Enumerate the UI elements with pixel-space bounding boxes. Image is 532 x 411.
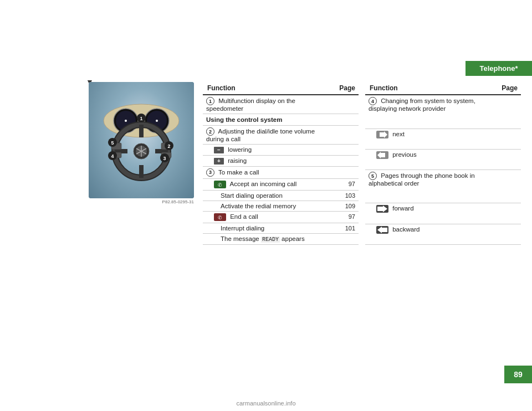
plus-icon: + — [214, 158, 224, 165]
left-table-col2-header: Page — [335, 82, 359, 95]
tables-area: Function Page 1 Multifunction display on… — [203, 82, 521, 245]
table-row: backward — [365, 224, 521, 244]
forward-label: forward — [392, 205, 413, 212]
row-cell: 1 Multifunction display on the speedomet… — [203, 95, 335, 114]
page-cell — [497, 129, 521, 149]
accept-call-label: Accept an incoming call — [230, 181, 297, 187]
table-row: ✆ Accept an incoming call 97 — [203, 178, 359, 190]
left-table-col1-header: Function — [203, 82, 335, 95]
page-cell: 97 — [335, 211, 359, 223]
row-cell: + raising — [203, 155, 335, 166]
table-row: Start dialing operation 103 — [203, 190, 359, 201]
previous-icon — [376, 151, 388, 159]
table-row: 1 Multifunction display on the speedomet… — [203, 95, 359, 114]
right-table-col2-header: Page — [497, 82, 521, 95]
circle-number-4: 4 — [369, 97, 377, 105]
svg-point-6 — [156, 120, 158, 122]
pages-phonebook-label: Pages through the phone book in alphabet… — [369, 172, 475, 187]
page-cell — [497, 95, 521, 129]
main-content: 1 2 3 4 5 P82.85-0295-31 Func — [89, 82, 521, 245]
page-cell — [497, 149, 521, 169]
ready-code: READY — [261, 237, 280, 243]
steering-wheel-image-area: 1 2 3 4 5 P82.85-0295-31 — [89, 82, 194, 245]
row-cell: forward — [365, 203, 497, 224]
section-header-cell: Using the control system — [203, 114, 359, 126]
backward-icon — [376, 226, 388, 234]
watermark: carmanualsonline.info — [236, 400, 295, 407]
right-table-col1-header: Function — [365, 82, 497, 95]
page-cell — [335, 145, 359, 156]
phone-accept-icon: ✆ — [214, 181, 226, 188]
svg-text:4: 4 — [111, 153, 114, 159]
row-cell: Interrupt dialing — [203, 223, 335, 233]
svg-text:✆: ✆ — [218, 215, 222, 220]
minus-icon: − — [214, 147, 224, 153]
page-cell: 97 — [335, 178, 359, 190]
page-cell — [335, 126, 359, 145]
changing-system-label: Changing from system to system, displayi… — [369, 97, 475, 112]
page-cell — [335, 233, 359, 244]
row-cell: ✆ End a call — [203, 211, 335, 223]
row-cell: 2 Adjusting the dial/idle tone volume du… — [203, 126, 335, 145]
next-label: next — [392, 131, 405, 137]
message-ready-label: The message READY appears — [221, 235, 305, 242]
row-cell: − lowering — [203, 145, 335, 156]
table-row: 4 Changing from system to system, displa… — [365, 95, 521, 129]
next-icon — [376, 131, 388, 138]
row-cell: Activate the redial memory — [203, 201, 335, 211]
row-cell: The message READY appears — [203, 233, 335, 244]
table-row: Interrupt dialing 101 — [203, 223, 359, 233]
svg-text:1: 1 — [140, 116, 142, 121]
end-call-label: End a call — [230, 213, 258, 220]
table-row: ✆ End a call 97 — [203, 211, 359, 223]
page-cell — [335, 155, 359, 166]
forward-icon — [376, 205, 388, 213]
circle-number-5: 5 — [369, 172, 377, 180]
circle-number-1: 1 — [206, 97, 214, 105]
page-cell: 101 — [335, 223, 359, 233]
page-cell: 103 — [335, 190, 359, 201]
row-cell: 4 Changing from system to system, displa… — [365, 95, 497, 129]
left-function-table: Function Page 1 Multifunction display on… — [203, 82, 359, 245]
svg-text:3: 3 — [163, 156, 166, 161]
svg-text:✆: ✆ — [218, 182, 222, 188]
lowering-label: lowering — [228, 146, 252, 153]
circle-number-2: 2 — [206, 127, 214, 136]
table-row: 3 To make a call — [203, 166, 359, 178]
svg-point-5 — [125, 120, 127, 122]
svg-text:5: 5 — [111, 140, 114, 146]
row-cell: next — [365, 129, 497, 149]
row-cell: 5 Pages through the phone book in alphab… — [365, 170, 497, 203]
page-number-badge: 89 — [504, 366, 532, 383]
table-row: Activate the redial memory 109 — [203, 201, 359, 211]
section-title: Telephone* — [466, 61, 532, 76]
phone-end-icon: ✆ — [214, 213, 226, 221]
table-row: previous — [365, 149, 521, 169]
page-cell — [497, 203, 521, 224]
table-row: forward — [365, 203, 521, 224]
svg-text:2: 2 — [167, 143, 170, 149]
raising-label: raising — [228, 157, 247, 164]
table-row: 2 Adjusting the dial/idle tone volume du… — [203, 126, 359, 145]
row-cell: Start dialing operation — [203, 190, 335, 201]
image-caption: P82.85-0295-31 — [89, 199, 194, 204]
interrupt-dialing-label: Interrupt dialing — [221, 225, 264, 232]
page-cell: 109 — [335, 201, 359, 211]
row-cell: ✆ Accept an incoming call — [203, 178, 335, 190]
table-row: Using the control system — [203, 114, 359, 126]
start-dialing-label: Start dialing operation — [221, 192, 283, 199]
right-function-table: Function Page 4 Changing from system to … — [365, 82, 521, 245]
page-cell — [335, 95, 359, 114]
table-row: + raising — [203, 155, 359, 166]
steering-wheel-image: 1 2 3 4 5 — [89, 82, 194, 198]
to-make-call-label: To make a call — [218, 168, 259, 175]
row-cell: 3 To make a call — [203, 166, 335, 178]
backward-label: backward — [392, 226, 420, 233]
activate-redial-label: Activate the redial memory — [221, 203, 296, 209]
page-cell — [335, 166, 359, 178]
row-cell: previous — [365, 149, 497, 169]
previous-label: previous — [392, 151, 416, 158]
table-row: 5 Pages through the phone book in alphab… — [365, 170, 521, 203]
row-cell: backward — [365, 224, 497, 244]
page-cell — [497, 224, 521, 244]
